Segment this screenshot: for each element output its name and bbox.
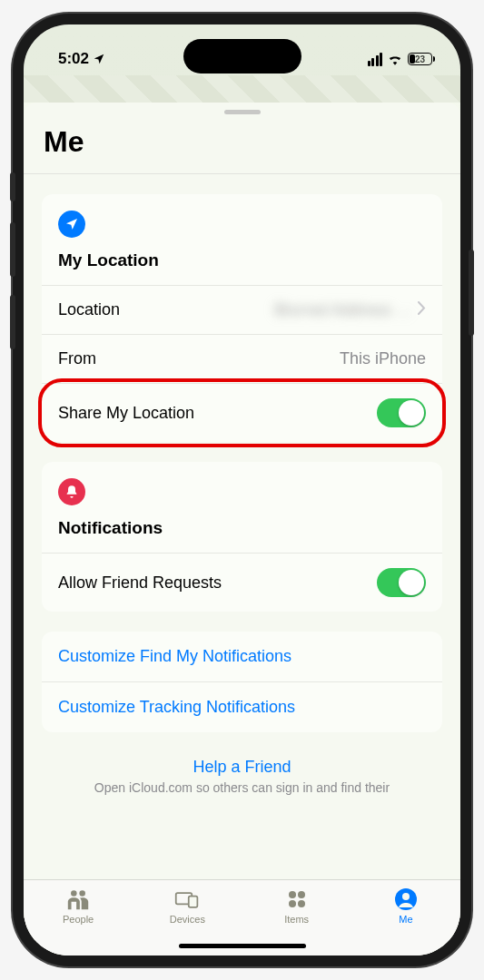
allow-friend-requests-row[interactable]: Allow Friend Requests <box>42 553 442 612</box>
bell-icon <box>58 478 85 505</box>
location-services-icon <box>93 53 105 65</box>
tab-label: Devices <box>170 914 205 925</box>
help-section: Help a Friend Open iCloud.com so others … <box>42 752 442 804</box>
svg-point-0 <box>71 890 77 897</box>
tab-items[interactable]: Items <box>242 887 351 925</box>
sheet-grabber[interactable] <box>224 110 261 114</box>
tab-me[interactable]: Me <box>351 887 460 925</box>
location-label: Location <box>58 300 120 319</box>
customize-links-card: Customize Find My Notifications Customiz… <box>42 632 442 732</box>
chevron-right-icon <box>418 300 426 319</box>
location-row[interactable]: Location Blurred Address … <box>42 285 442 334</box>
tab-devices[interactable]: Devices <box>133 887 242 925</box>
items-icon <box>284 887 310 911</box>
location-value: Blurred Address … <box>275 302 412 318</box>
allow-friend-requests-toggle[interactable] <box>377 568 426 597</box>
person-circle-icon <box>393 887 419 911</box>
svg-point-6 <box>289 900 296 907</box>
home-indicator[interactable] <box>179 944 306 948</box>
cellular-signal-icon <box>368 53 383 66</box>
from-label: From <box>58 349 96 368</box>
status-time: 5:02 <box>58 50 89 68</box>
help-text: Open iCloud.com so others can sign in an… <box>60 780 424 795</box>
people-icon <box>65 887 91 911</box>
svg-point-9 <box>402 893 410 900</box>
screen: 5:02 23 <box>24 24 460 956</box>
svg-point-7 <box>298 900 305 907</box>
share-my-location-toggle[interactable] <box>377 398 426 427</box>
my-location-card: My Location Location Blurred Address … F… <box>42 194 442 442</box>
silent-switch <box>10 172 15 201</box>
volume-up-button <box>10 222 15 277</box>
tab-label: Me <box>399 914 412 925</box>
my-location-title: My Location <box>58 250 426 281</box>
from-value: This iPhone <box>340 349 426 368</box>
wifi-icon <box>387 53 403 65</box>
me-sheet: Me My Location Location Blurred Address <box>24 103 460 956</box>
svg-point-1 <box>80 890 86 897</box>
dynamic-island <box>183 39 301 74</box>
customize-findmy-link[interactable]: Customize Find My Notifications <box>42 632 442 681</box>
allow-friend-requests-label: Allow Friend Requests <box>58 573 222 593</box>
svg-point-4 <box>289 891 296 898</box>
tab-label: People <box>63 914 94 925</box>
map-background <box>24 75 460 103</box>
sheet-content: My Location Location Blurred Address … F… <box>24 174 460 879</box>
from-row[interactable]: From This iPhone <box>42 334 442 383</box>
notifications-title: Notifications <box>58 518 426 549</box>
svg-point-5 <box>298 891 305 898</box>
customize-tracking-link[interactable]: Customize Tracking Notifications <box>42 681 442 732</box>
share-my-location-row[interactable]: Share My Location <box>42 383 442 442</box>
notifications-card: Notifications Allow Friend Requests <box>42 462 442 612</box>
sheet-title: Me <box>24 123 460 173</box>
help-a-friend-link[interactable]: Help a Friend <box>60 758 424 777</box>
tab-label: Items <box>284 914 309 925</box>
tab-people[interactable]: People <box>24 887 133 925</box>
svg-rect-3 <box>189 897 198 907</box>
devices-icon <box>174 887 200 911</box>
volume-down-button <box>10 295 15 349</box>
battery-icon: 23 <box>408 53 435 65</box>
power-button <box>469 250 474 336</box>
location-arrow-icon <box>58 211 85 238</box>
phone-frame: 5:02 23 <box>13 14 471 966</box>
share-my-location-label: Share My Location <box>58 404 194 423</box>
